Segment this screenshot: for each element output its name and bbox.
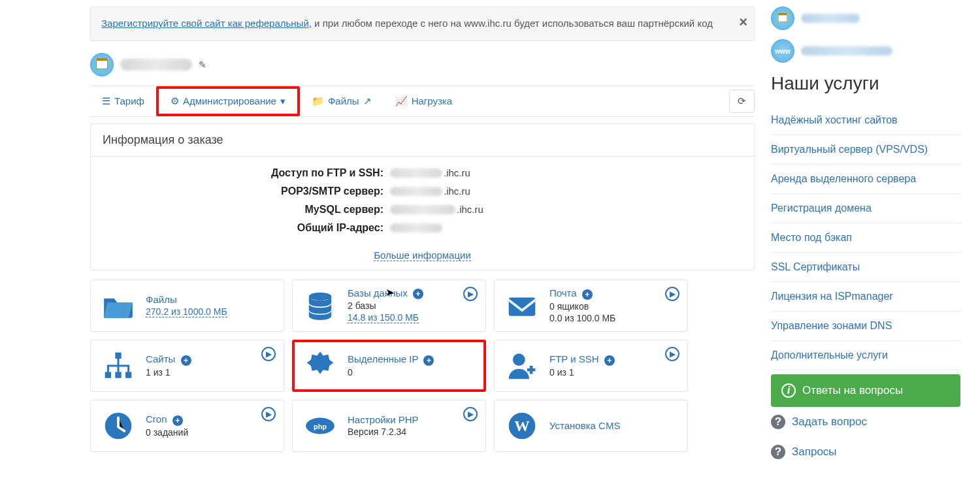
- card-cron[interactable]: Cron + 0 заданий ▶: [90, 400, 284, 452]
- card-dedicated-ip[interactable]: Выделенные IP + 0: [292, 340, 486, 392]
- plus-icon[interactable]: +: [604, 355, 615, 366]
- card-cms-title: Установка CMS: [549, 420, 678, 431]
- plus-icon[interactable]: +: [172, 415, 183, 426]
- info-icon: i: [781, 383, 796, 398]
- card-cron-sub: 0 заданий: [146, 427, 274, 438]
- card-ip-sub: 0: [348, 367, 476, 378]
- tab-admin-label: Администрирование: [183, 95, 276, 106]
- card-mail[interactable]: Почта + 0 ящиков 0.0 из 100.0 МБ ▶: [494, 280, 688, 332]
- service-link[interactable]: Управление зонами DNS: [771, 312, 960, 341]
- card-cms[interactable]: W Установка CMS: [494, 400, 688, 452]
- go-icon[interactable]: ▶: [665, 347, 679, 361]
- ftp-label: Доступ по FTP и SSH:: [103, 167, 390, 179]
- tab-files[interactable]: 📁 Файлы ↗: [300, 86, 384, 116]
- referral-alert: Зарегистрируйте свой сайт как реферальны…: [90, 7, 755, 41]
- site-name-blurred: [801, 14, 860, 23]
- card-sites-title: Сайты +: [146, 353, 274, 365]
- sidebar-site-2[interactable]: www: [771, 39, 960, 63]
- more-info-link[interactable]: Больше информации: [374, 250, 471, 261]
- service-link[interactable]: Виртуальный сервер (VPS/VDS): [771, 135, 960, 165]
- sidebar-title: Наши услуги: [771, 73, 960, 94]
- answers-label: Ответы на вопросы: [802, 384, 903, 397]
- site-icon: [771, 7, 794, 30]
- order-info-panel: Информация о заказе Доступ по FTP и SSH:…: [90, 123, 755, 270]
- toolbar: ☰ Тариф ⚙ Администрирование ▾ 📁 Файлы ↗ …: [90, 86, 755, 117]
- sidebar-site-1[interactable]: [771, 7, 960, 30]
- card-db-title: Базы данных +: [348, 287, 476, 299]
- go-icon[interactable]: ▶: [463, 407, 478, 421]
- tab-tariff[interactable]: ☰ Тариф: [90, 86, 156, 116]
- ip-label: Общий IP-адрес:: [103, 222, 390, 234]
- site-name-blurred: [801, 46, 892, 56]
- svg-rect-5: [125, 372, 131, 378]
- edit-icon[interactable]: ✎: [199, 59, 206, 70]
- service-link[interactable]: Регистрация домена: [771, 194, 960, 223]
- site-icon: [90, 53, 114, 76]
- service-link[interactable]: Место под бэкап: [771, 223, 960, 253]
- plus-icon[interactable]: +: [181, 355, 191, 366]
- question-icon: ?: [771, 415, 785, 429]
- svg-text:php: php: [314, 422, 327, 430]
- go-icon[interactable]: ▶: [261, 347, 276, 361]
- ip-value: [390, 222, 442, 234]
- service-link[interactable]: SSL Сертификаты: [771, 253, 960, 282]
- folder-icon: 📁: [312, 95, 324, 107]
- refresh-icon: ⟳: [738, 95, 746, 106]
- wordpress-icon: W: [504, 408, 540, 444]
- card-ftp-title: FTP и SSH +: [549, 353, 678, 365]
- svg-rect-2: [115, 352, 121, 358]
- folder-open-icon: [100, 287, 137, 324]
- card-db-extra: 14.8 из 150.0 МБ: [348, 312, 419, 323]
- database-icon: [302, 287, 338, 324]
- card-files-title: Файлы: [146, 294, 274, 305]
- svg-point-0: [309, 292, 331, 300]
- tab-load[interactable]: 📈 Нагрузка: [384, 86, 464, 116]
- card-sites[interactable]: Сайты + 1 из 1 ▶: [90, 340, 284, 392]
- card-db[interactable]: Базы данных + 2 базы 14.8 из 150.0 МБ ▶: [292, 280, 486, 332]
- refresh-button[interactable]: ⟳: [729, 89, 755, 113]
- sitemap-icon: [100, 347, 137, 384]
- service-link[interactable]: Аренда выделенного сервера: [771, 165, 960, 194]
- tab-admin[interactable]: ⚙ Администрирование ▾: [156, 86, 300, 116]
- card-mail-extra: 0.0 из 100.0 МБ: [549, 313, 678, 323]
- go-icon[interactable]: ▶: [665, 287, 679, 301]
- panel-title: Информация о заказе: [91, 124, 754, 157]
- service-link[interactable]: Дополнительные услуги: [771, 341, 960, 370]
- chart-icon: 📈: [395, 95, 408, 107]
- gear-icon: ⚙: [171, 95, 179, 107]
- services-links: Надёжный хостинг сайтов Виртуальный серв…: [771, 106, 960, 370]
- svg-rect-4: [115, 372, 121, 378]
- ask-question-link[interactable]: ? Задать вопрос: [771, 407, 960, 437]
- pop-value: .ihc.ru: [390, 186, 470, 197]
- mysql-value: .ihc.ru: [390, 204, 483, 216]
- plus-icon[interactable]: +: [423, 355, 434, 366]
- mysql-label: MySQL сервер:: [103, 204, 390, 216]
- close-icon[interactable]: ×: [739, 11, 747, 33]
- ask-label: Задать вопрос: [792, 415, 867, 428]
- plus-icon[interactable]: +: [413, 289, 423, 299]
- card-files[interactable]: Файлы 270.2 из 1000.0 МБ: [90, 280, 284, 332]
- answers-button[interactable]: i Ответы на вопросы: [771, 374, 960, 407]
- card-mail-sub: 0 ящиков: [549, 301, 678, 312]
- site-name-blurred: [120, 59, 192, 71]
- requests-link[interactable]: ? Запросы: [771, 437, 960, 467]
- card-ftp[interactable]: FTP и SSH + 0 из 1 ▶: [494, 340, 688, 392]
- card-mail-title: Почта +: [549, 287, 678, 299]
- card-db-sub: 2 базы: [348, 300, 476, 311]
- plus-icon[interactable]: +: [582, 289, 593, 300]
- go-icon[interactable]: ▶: [463, 287, 478, 301]
- requests-label: Запросы: [792, 445, 837, 459]
- service-link[interactable]: Лицензия на ISPmanager: [771, 282, 960, 312]
- card-ip-title: Выделенные IP +: [348, 353, 476, 365]
- question-icon: ?: [771, 445, 785, 459]
- user-plus-icon: [504, 347, 540, 384]
- service-link[interactable]: Надёжный хостинг сайтов: [771, 106, 960, 135]
- cards-grid: Файлы 270.2 из 1000.0 МБ Базы данных + 2…: [90, 280, 755, 452]
- referral-link[interactable]: Зарегистрируйте свой сайт как реферальны…: [101, 18, 309, 29]
- php-icon: php: [302, 408, 338, 444]
- go-icon[interactable]: ▶: [261, 407, 276, 421]
- card-php-sub: Версия 7.2.34: [348, 427, 476, 437]
- svg-rect-3: [105, 372, 111, 378]
- card-php[interactable]: php Настройки PHP Версия 7.2.34 ▶: [292, 400, 486, 452]
- badge-icon: [302, 347, 338, 384]
